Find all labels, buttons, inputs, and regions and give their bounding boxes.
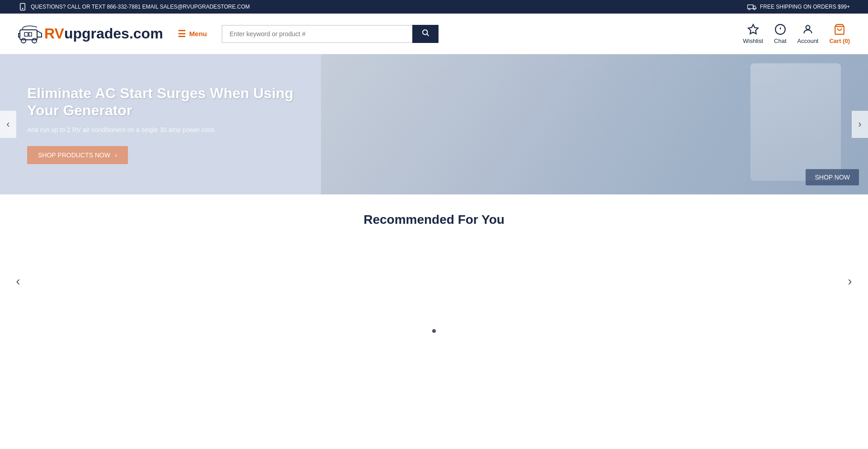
account-icon <box>802 24 814 37</box>
search-button[interactable] <box>412 25 439 43</box>
arrow-right-icon: › <box>115 151 117 159</box>
logo-link[interactable]: RVupgrades.com <box>18 23 163 45</box>
svg-marker-10 <box>748 24 758 34</box>
nav-icons: Wishlist Chat Account <box>743 24 850 44</box>
chat-link[interactable]: Chat <box>774 24 786 44</box>
carousel-dot-1[interactable] <box>432 329 436 333</box>
hero-title: Eliminate AC Start Surges When Using You… <box>27 85 294 119</box>
cart-icon <box>834 24 845 37</box>
svg-point-4 <box>754 8 755 9</box>
hero-right-overlay[interactable]: SHOP NOW <box>806 169 859 185</box>
logo-text-rv: RV <box>44 25 64 42</box>
search-area <box>222 25 439 43</box>
phone-icon <box>18 2 27 11</box>
account-label: Account <box>797 38 819 44</box>
hero-prev-button[interactable]: ‹ <box>0 111 16 138</box>
search-input[interactable] <box>222 25 412 43</box>
svg-point-6 <box>21 38 26 43</box>
search-icon <box>421 29 429 38</box>
carousel-next-button[interactable]: › <box>841 272 859 290</box>
truck-icon <box>747 2 756 11</box>
header: RVupgrades.com ☰ Menu Wishlist <box>0 14 868 54</box>
svg-point-3 <box>749 8 750 9</box>
carousel-prev-button[interactable]: ‹ <box>9 272 27 290</box>
menu-button[interactable]: ☰ Menu <box>172 25 212 43</box>
hero-subtitle: And run up to 2 RV air conditioners on a… <box>27 126 294 133</box>
carousel-track <box>18 241 850 322</box>
hero-right-panel: SHOP NOW <box>321 54 868 194</box>
svg-point-1 <box>22 8 23 9</box>
hero-slider: ‹ Eliminate AC Start Surges When Using Y… <box>0 54 868 194</box>
svg-point-7 <box>32 38 37 43</box>
hero-overlay-label: SHOP NOW <box>815 174 850 181</box>
hero-left-panel: Eliminate AC Start Surges When Using You… <box>0 54 321 194</box>
cart-link[interactable]: Cart (0) <box>829 24 850 44</box>
top-bar-right: FREE SHIPPING ON ORDERS $99+ <box>747 2 850 11</box>
top-bar: QUESTIONS? CALL OR TEXT 866-332-7881 EMA… <box>0 0 868 14</box>
hamburger-icon: ☰ <box>178 28 186 39</box>
top-bar-shipping-text: FREE SHIPPING ON ORDERS $99+ <box>760 4 850 10</box>
account-link[interactable]: Account <box>797 24 819 44</box>
recommended-title: Recommended For You <box>18 213 850 227</box>
wishlist-link[interactable]: Wishlist <box>743 24 763 44</box>
hero-cta-button[interactable]: SHOP PRODUCTS NOW › <box>27 146 128 164</box>
recommended-carousel: ‹ › <box>18 241 850 322</box>
chat-label: Chat <box>774 38 786 44</box>
hero-btn-label: SHOP PRODUCTS NOW <box>38 151 110 159</box>
wishlist-label: Wishlist <box>743 38 763 44</box>
svg-point-14 <box>806 25 810 29</box>
svg-rect-2 <box>748 5 754 9</box>
svg-point-8 <box>423 30 428 35</box>
recommended-section: Recommended For You ‹ › <box>0 194 868 342</box>
cart-label: Cart (0) <box>829 38 850 44</box>
chat-icon <box>774 24 786 37</box>
logo-text-rest: upgrades.com <box>64 25 163 42</box>
hero-next-button[interactable]: › <box>852 111 868 138</box>
top-bar-left: QUESTIONS? CALL OR TEXT 866-332-7881 EMA… <box>18 2 250 11</box>
menu-label: Menu <box>189 30 207 38</box>
svg-line-9 <box>427 34 429 36</box>
star-icon <box>747 24 759 37</box>
top-bar-contact-text: QUESTIONS? CALL OR TEXT 866-332-7881 EMA… <box>31 4 250 10</box>
carousel-dots <box>18 329 850 333</box>
logo-rv-icon <box>18 23 44 45</box>
